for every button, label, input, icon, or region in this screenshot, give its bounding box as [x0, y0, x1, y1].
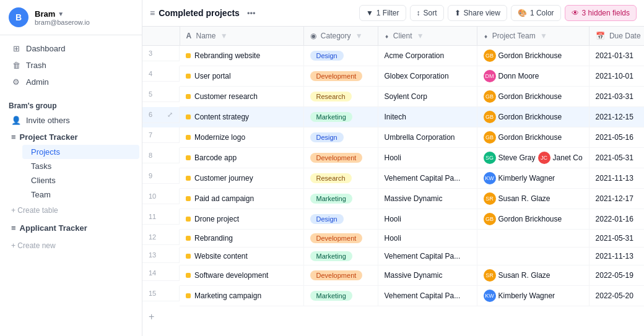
user-email: bram@baserow.io [35, 19, 90, 26]
col-client[interactable]: ⬧ Client ▼ [378, 27, 477, 46]
table-row[interactable]: 7Modernize logoDesignUmbrella Corporatio… [142, 127, 644, 148]
name-cell[interactable]: Software development [180, 265, 303, 286]
col-project-team[interactable]: ⬧ Project Team ▼ [477, 27, 589, 46]
row-name: Rebranding website [194, 51, 260, 60]
table-row[interactable]: 13Website contentMarketingVehement Capit… [142, 248, 644, 265]
team-cell[interactable] [477, 248, 589, 265]
category-cell[interactable]: Development [303, 230, 378, 248]
category-cell[interactable]: Design [303, 46, 378, 66]
sidebar-item-projects[interactable]: Projects [22, 145, 139, 159]
table-row[interactable]: 12RebrandingDevelopmentHooli2021-05-31 [142, 230, 644, 248]
row-color-indicator [186, 196, 191, 201]
client-cell: Hooli [378, 209, 477, 230]
dashboard-icon: ⊞ [11, 44, 21, 53]
expand-icon[interactable]: ⤢ [167, 111, 173, 119]
name-cell[interactable]: Website content [180, 248, 303, 265]
category-cell[interactable]: Design [303, 127, 378, 148]
sidebar-item-dashboard[interactable]: ⊞ Dashboard [2, 40, 139, 57]
project-tracker-header[interactable]: ≡ Project Tracker [2, 129, 139, 145]
hidden-fields-button[interactable]: 👁 3 hidden fields [565, 5, 637, 21]
create-table-button[interactable]: + Create table [2, 203, 139, 218]
name-cell[interactable]: Rebranding [180, 230, 303, 248]
more-options-button[interactable]: ••• [243, 7, 259, 19]
team-cell[interactable]: GBGordon Brickhouse [477, 127, 589, 148]
client-col-icon: ⬧ [385, 32, 389, 40]
add-row-area: + [142, 306, 644, 327]
add-row-button[interactable]: + [149, 311, 154, 322]
table-row[interactable]: 15Marketing campaignMarketingVehement Ca… [142, 286, 644, 306]
applicant-tracker-header[interactable]: ≡ Applicant Tracker [2, 220, 139, 236]
table-row[interactable]: 9Customer journeyResearchVehement Capita… [142, 168, 644, 189]
table-row[interactable]: 14Software developmentDevelopmentMassive… [142, 265, 644, 286]
share-view-button[interactable]: ⬆ Share view [448, 5, 507, 21]
category-cell[interactable]: Marketing [303, 248, 378, 265]
name-cell[interactable]: Marketing campaign [180, 286, 303, 306]
row-name: Rebranding [194, 234, 233, 243]
table-row[interactable]: 5Customer researchResearchSoylent CorpGB… [142, 87, 644, 107]
sidebar-item-clients[interactable]: Clients [22, 173, 139, 187]
table-row[interactable]: 4User portalDevelopmentGlobex Corporatio… [142, 66, 644, 87]
name-cell[interactable]: Customer journey [180, 168, 303, 189]
row-name: Customer journey [194, 174, 253, 183]
table-body: 3Rebranding websiteDesignAcme Corporatio… [142, 46, 644, 306]
name-cell[interactable]: Drone project [180, 209, 303, 230]
sidebar-item-team[interactable]: Team [22, 187, 139, 202]
category-cell[interactable]: Marketing [303, 286, 378, 306]
category-cell[interactable]: Development [303, 148, 378, 168]
team-cell[interactable]: GBGordon Brickhouse [477, 46, 589, 66]
name-cell[interactable]: User portal [180, 66, 303, 87]
row-number: 5 [149, 90, 152, 98]
category-cell[interactable]: Marketing [303, 107, 378, 127]
team-cell[interactable]: SRSusan R. Glaze [477, 189, 589, 209]
team-cell[interactable]: KWKimberly Wagner [477, 286, 589, 306]
name-cell[interactable]: Content strategy [180, 107, 303, 127]
name-cell[interactable]: Rebranding website [180, 46, 303, 66]
category-cell[interactable]: Marketing [303, 189, 378, 209]
row-number-cell: 4 [142, 66, 180, 82]
category-cell[interactable]: Research [303, 168, 378, 189]
user-name[interactable]: Bram ▼ [35, 9, 90, 19]
col-name[interactable]: A Name ▼ [180, 27, 303, 46]
row-color-indicator [186, 236, 191, 241]
team-cell[interactable]: KWKimberly Wagner [477, 168, 589, 189]
team-cell[interactable]: DMDonn Moore [477, 66, 589, 87]
create-new-button[interactable]: + Create new [2, 238, 139, 253]
filter-button[interactable]: ▼ 1 Filter [359, 5, 406, 21]
category-cell[interactable]: Development [303, 66, 378, 87]
team-member-avatar: GB [484, 90, 496, 103]
table-row[interactable]: 11Drone projectDesignHooliGBGordon Brick… [142, 209, 644, 230]
col-due-date[interactable]: 📅 Due Date ▼ [589, 27, 644, 46]
team-cell[interactable]: GBGordon Brickhouse [477, 209, 589, 230]
avatar: B [9, 7, 28, 27]
team-cell[interactable] [477, 230, 589, 248]
sort-button[interactable]: ↕ Sort [410, 5, 444, 21]
due-date-cell: 2022-05-20 [589, 286, 644, 306]
category-cell[interactable]: Design [303, 209, 378, 230]
row-number: 14 [149, 269, 156, 277]
team-cell[interactable]: SGSteve GrayJCJanet Co [477, 148, 589, 168]
table-row[interactable]: 3Rebranding websiteDesignAcme Corporatio… [142, 46, 644, 66]
team-cell[interactable]: GBGordon Brickhouse [477, 107, 589, 127]
team-cell[interactable]: GBGordon Brickhouse [477, 87, 589, 107]
name-cell[interactable]: Customer research [180, 87, 303, 107]
col-category[interactable]: ◉ Category ▼ [303, 27, 378, 46]
applicant-tracker-icon: ≡ [11, 223, 16, 233]
name-cell[interactable]: Modernize logo [180, 127, 303, 148]
table-row[interactable]: 6⤢Content strategyMarketingInitechGBGord… [142, 107, 644, 127]
name-col-icon: A [186, 32, 192, 40]
dashboard-label: Dashboard [26, 44, 66, 53]
table-row[interactable]: 8Barcode appDevelopmentHooliSGSteve Gray… [142, 148, 644, 168]
sidebar-item-admin[interactable]: ⚙ Admin [2, 74, 139, 90]
sidebar-item-tasks[interactable]: Tasks [22, 159, 139, 173]
team-members: GBGordon Brickhouse [484, 90, 583, 103]
name-cell[interactable]: Paid ad campaign [180, 189, 303, 209]
sidebar-item-invite-others[interactable]: 👤 Invite others [2, 113, 139, 128]
category-cell[interactable]: Development [303, 265, 378, 286]
sidebar-item-trash[interactable]: 🗑 Trash [2, 57, 139, 74]
name-cell[interactable]: Barcode app [180, 148, 303, 168]
team-member-name: Janet Co [553, 153, 583, 162]
team-cell[interactable]: SRSusan R. Glaze [477, 265, 589, 286]
table-row[interactable]: 10Paid ad campaignMarketingMassive Dynam… [142, 189, 644, 209]
category-cell[interactable]: Research [303, 87, 378, 107]
color-button[interactable]: 🎨 1 Color [511, 5, 561, 21]
